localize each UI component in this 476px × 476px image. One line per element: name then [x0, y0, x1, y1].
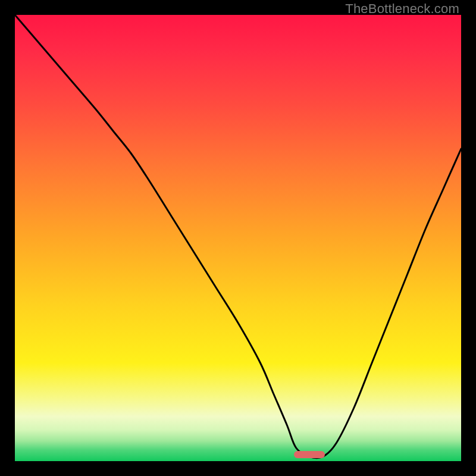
optimal-range-marker	[294, 451, 325, 458]
bottleneck-curve	[15, 15, 461, 461]
plot-area	[15, 15, 461, 461]
chart-frame: TheBottleneck.com	[0, 0, 476, 476]
